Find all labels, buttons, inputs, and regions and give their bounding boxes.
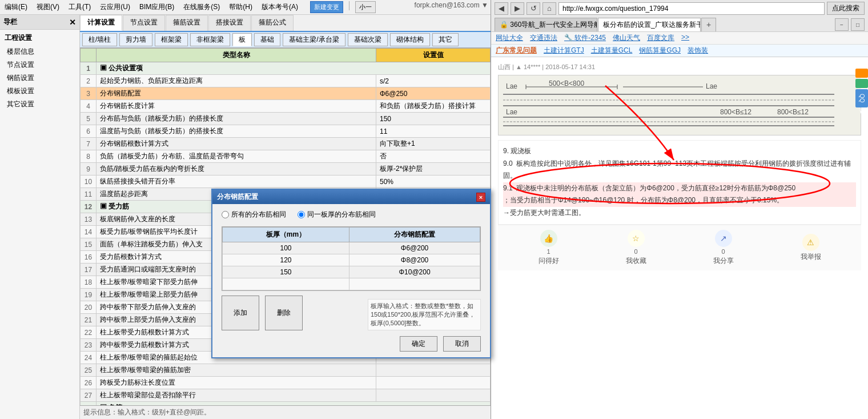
menu-version[interactable]: 版本考号(A) <box>259 1 300 13</box>
table-row[interactable]: 10 纵筋搭接接头错开百分率 50% <box>81 175 491 188</box>
dialog-delete-button[interactable]: 删除 <box>265 296 303 330</box>
browser-minimize-btn[interactable]: − <box>835 18 849 31</box>
tool-tj-gtj[interactable]: 土建计算GTJ <box>544 46 584 55</box>
browser-forward-button[interactable]: ▶ <box>511 2 524 15</box>
browser-address-bar[interactable] <box>558 2 825 15</box>
qq-button[interactable]: QQ咨询 <box>855 89 868 107</box>
browser-new-tab-button[interactable]: + <box>701 18 716 31</box>
web-collect-action[interactable]: ☆ 0 我收藏 <box>626 230 646 266</box>
links-more[interactable]: >> <box>681 33 689 43</box>
menu-online[interactable]: 在线服务(S) <box>181 1 222 13</box>
table-row[interactable]: 6 温度筋与负筋（踏板受力筋）的搭接长度 11 <box>81 125 491 138</box>
tab-calc-settings[interactable]: 计算设置 <box>80 15 122 31</box>
dialog-cancel-button[interactable]: 取消 <box>443 336 481 352</box>
subtab-column[interactable]: 柱/墙柱 <box>82 33 117 46</box>
cell-config-1[interactable]: Φ6@200 <box>349 242 480 254</box>
subtab-slab[interactable]: 板 <box>232 33 252 46</box>
cell-thickness-3[interactable]: 150 <box>223 266 349 278</box>
table-row[interactable]: 9 负筋/踏板受力筋在板内的弯折长度 板厚-2*保护层 <box>81 163 491 175</box>
table-row[interactable]: 4 分布钢筋长度计算 和负筋（踏板受力筋）搭接计算 <box>81 100 491 113</box>
feedback-button[interactable]: 意见反馈 <box>855 69 868 78</box>
cell-thickness-2[interactable]: 120 <box>223 254 349 266</box>
tool-tj-gcl[interactable]: 土建算量GCL <box>591 46 633 55</box>
menu-view[interactable]: 视图(V) <box>34 1 62 13</box>
table-row[interactable]: 2 起始受力钢筋、负筋距支座边距离 s/2 <box>81 75 491 87</box>
browser-restore-btn[interactable]: □ <box>851 18 865 31</box>
menu-tools[interactable]: 工具(T) <box>66 1 93 13</box>
table-row[interactable]: 3 分布钢筋配置 Φ6@250 <box>81 87 491 100</box>
small-btn[interactable]: 小一 <box>355 1 376 13</box>
radio-option-all-same[interactable]: 所有的分布筋相同 <box>222 210 286 220</box>
browser-tabs: 🔒 360导航_新一代安全上网导航 ✕ 板分布筋的设置_广联达服务新干... ✕… <box>491 17 868 31</box>
sidebar-close-btn[interactable]: ✕ <box>69 18 76 27</box>
follow-button[interactable]: 关注我们 <box>855 79 868 88</box>
browser-home-button[interactable]: ⌂ <box>542 2 556 15</box>
sidebar-item-steelconfig[interactable]: 钢筋设置 <box>0 71 79 85</box>
tab-stirrup-settings[interactable]: 箍筋设置 <box>166 15 208 31</box>
col-name-header: 类型名称 <box>97 49 376 62</box>
tool-ggj[interactable]: 钢筋算量GGJ <box>639 46 681 55</box>
table-row[interactable]: 7 分布钢筋根数计算方式 向下取整+1 <box>81 138 491 150</box>
sidebar-item-floorinfo[interactable]: 楼层信息 <box>0 45 79 58</box>
dialog-table-row[interactable]: 120 Φ8@200 <box>223 254 480 266</box>
dialog-confirm-button[interactable]: 确定 <box>400 336 437 352</box>
web-like-action[interactable]: 👍 1 问得好 <box>539 230 559 266</box>
subtab-nonframebeam[interactable]: 非框架梁 <box>190 33 230 46</box>
link-wangzhi[interactable]: 网址大全 <box>496 33 523 43</box>
table-row[interactable]: 8 负筋（踏板受力筋）分布筋、温度筋是否带弯勾 否 <box>81 150 491 163</box>
cell-config-2[interactable]: Φ8@200 <box>349 254 480 266</box>
radio-by-thickness[interactable] <box>298 211 305 218</box>
sidebar-item-nodeconfig[interactable]: 节点设置 <box>0 58 79 71</box>
tool-decoration[interactable]: 装饰装 <box>688 46 708 55</box>
browser-tab-360[interactable]: 🔒 360导航_新一代安全上网导航 ✕ <box>495 18 597 31</box>
cell-thickness-empty[interactable] <box>223 278 349 290</box>
menu-cloud[interactable]: 云应用(U) <box>98 1 132 13</box>
menu-edit[interactable]: 编辑(E) <box>2 1 30 13</box>
link-traffic[interactable]: 交通违法 <box>530 33 557 43</box>
menu-bim[interactable]: BIM应用(B) <box>137 1 176 13</box>
dialog-close-button[interactable]: × <box>476 193 485 202</box>
dialog-table-row[interactable]: 100 Φ6@200 <box>223 242 480 254</box>
subtab-shearwall[interactable]: 剪力墙 <box>119 33 152 46</box>
subtab-foundation[interactable]: 基础 <box>254 33 280 46</box>
dialog-table-row[interactable]: 150 Φ10@200 <box>223 266 480 278</box>
link-baidu[interactable]: 百度文库 <box>647 33 674 43</box>
table-row[interactable]: 25 柱上板带/板带暗梁的箍筋加密 <box>81 364 491 377</box>
table-row[interactable]: 26 跨板受力筋标注长度位置 <box>81 377 491 389</box>
link-software[interactable]: 🔧 软件-2345 <box>564 33 606 43</box>
cell-config-3[interactable]: Φ10@200 <box>349 266 480 278</box>
cell-thickness-1[interactable]: 100 <box>223 242 349 254</box>
browser-chrome: ◀ ▶ ↺ ⌂ 点此搜索 🔒 360导航_新一代安全上网导航 ✕ 板分布筋的设置… <box>491 0 868 32</box>
web-share-action[interactable]: ↗ 0 我分享 <box>713 230 734 266</box>
dialog-add-button[interactable]: 添加 <box>222 296 259 330</box>
subtab-framebeam[interactable]: 框架梁 <box>155 33 188 46</box>
browser-refresh-button[interactable]: ↺ <box>527 2 540 15</box>
subtab-foundation-beam[interactable]: 基础主梁/承台梁 <box>283 33 345 46</box>
browser-back-button[interactable]: ◀ <box>495 2 508 15</box>
dialog-body: 所有的分布筋相同 同一板厚的分布筋相同 板厚（mm） 分布钢筋配置 <box>212 204 490 357</box>
tool-gd-questions[interactable]: 广东常见问题 <box>496 46 537 55</box>
web-report-action[interactable]: ⚠ 我举报 <box>801 234 821 262</box>
radio-all-same[interactable] <box>222 211 229 218</box>
subtab-secondary-beam[interactable]: 基础次梁 <box>348 33 388 46</box>
table-row[interactable]: 5 分布筋与负筋（踏板受力筋）的搭接长度 150 <box>81 113 491 125</box>
table-row: 1 ▣ 公共设置项 <box>81 62 491 75</box>
sidebar-engineering-section: 工程设置 楼层信息 节点设置 钢筋设置 模板设置 其它设置 <box>0 30 79 112</box>
subtab-masonry[interactable]: 砌体结构 <box>390 33 430 46</box>
radio-by-thickness-label: 同一板厚的分布筋相同 <box>307 210 376 220</box>
link-weather[interactable]: 佛山天气 <box>613 33 640 43</box>
browser-search-button[interactable]: 点此搜索 <box>827 2 865 15</box>
cell-config-empty[interactable] <box>349 278 480 290</box>
menu-help[interactable]: 帮助(H) <box>227 1 255 13</box>
sidebar-item-formwork[interactable]: 模板设置 <box>0 85 79 98</box>
tab-node-settings[interactable]: 节点设置 <box>123 15 165 31</box>
table-row[interactable]: 27 柱上板带暗梁部位是否扣除平行 <box>81 389 491 402</box>
tab-stirrup-formula[interactable]: 箍筋公式 <box>251 15 294 31</box>
radio-option-by-thickness[interactable]: 同一板厚的分布筋相同 <box>298 210 376 220</box>
tab-splice-settings[interactable]: 搭接设置 <box>208 15 251 31</box>
dialog-table-row-empty[interactable] <box>223 278 480 290</box>
new-change-button[interactable]: 新建变更 <box>310 1 343 13</box>
subtab-others[interactable]: 其它 <box>432 33 459 46</box>
sidebar-item-other[interactable]: 其它设置 <box>0 98 79 111</box>
browser-tab-fwxgx[interactable]: 板分布筋的设置_广联达服务新干... ✕ <box>598 18 701 31</box>
